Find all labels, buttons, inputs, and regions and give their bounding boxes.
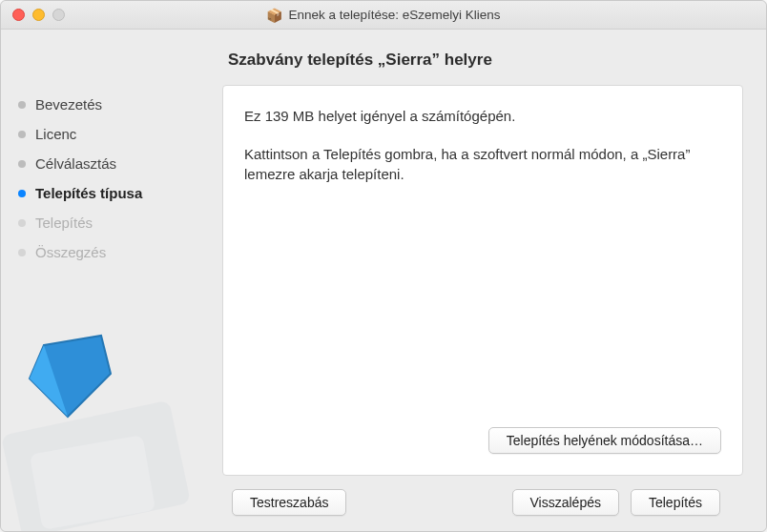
change-location-row: Telepítés helyének módosítása… [244, 418, 721, 454]
main-pane: Szabvány telepítés „Sierra” helyre Ez 13… [213, 30, 766, 531]
sidebar-step-4: Telepítés [18, 215, 213, 231]
step-bullet-icon [18, 190, 26, 197]
install-button[interactable]: Telepítés [631, 489, 720, 516]
svg-marker-4 [30, 345, 68, 417]
window-title-text: Ennek a telepítése: eSzemelyi Kliens [288, 8, 500, 22]
svg-marker-3 [30, 336, 111, 417]
sidebar-step-0: Bevezetés [18, 96, 213, 113]
close-icon[interactable] [12, 9, 25, 21]
step-bullet-icon [18, 160, 26, 168]
installer-window: 📦 Ennek a telepítése: eSzemelyi Kliens B… [0, 0, 767, 532]
content-area: BevezetésLicencCélválasztásTelepítés típ… [1, 30, 766, 531]
step-label: Bevezetés [35, 96, 102, 113]
window-controls [1, 9, 65, 21]
sidebar-step-3: Telepítés típusa [18, 185, 213, 201]
step-bullet-icon [18, 219, 26, 227]
step-bullet-icon [18, 101, 26, 109]
step-list: BevezetésLicencCélválasztásTelepítés típ… [18, 96, 213, 260]
svg-rect-1 [30, 435, 155, 530]
package-icon: 📦 [266, 9, 282, 22]
step-label: Licenc [35, 126, 76, 142]
sidebar-step-1: Licenc [18, 126, 213, 142]
back-button[interactable]: Visszalépés [512, 489, 619, 516]
step-bullet-icon [18, 249, 26, 256]
disk-space-text: Ez 139 MB helyet igényel a számítógépén. [244, 107, 721, 126]
titlebar: 📦 Ennek a telepítése: eSzemelyi Kliens [1, 1, 766, 30]
sidebar: BevezetésLicencCélválasztásTelepítés típ… [1, 30, 213, 531]
page-title: Szabvány telepítés „Sierra” helyre [228, 51, 743, 70]
svg-rect-0 [1, 400, 191, 531]
minimize-icon[interactable] [32, 9, 45, 21]
step-label: Telepítés típusa [35, 185, 142, 201]
window-title: 📦 Ennek a telepítése: eSzemelyi Kliens [1, 8, 766, 22]
step-label: Célválasztás [35, 155, 116, 172]
install-instruction-text: Kattintson a Telepítés gombra, ha a szof… [244, 145, 721, 184]
customize-button[interactable]: Testreszabás [232, 489, 346, 516]
footer-buttons: Testreszabás Visszalépés Telepítés [222, 476, 743, 516]
svg-marker-2 [30, 336, 111, 417]
sidebar-illustration [1, 312, 213, 531]
zoom-icon [52, 9, 65, 21]
sidebar-step-2: Célválasztás [18, 155, 213, 172]
step-label: Telepítés [35, 215, 93, 231]
sidebar-step-5: Összegzés [18, 244, 213, 260]
info-panel: Ez 139 MB helyet igényel a számítógépén.… [222, 85, 743, 476]
step-bullet-icon [18, 131, 26, 138]
change-install-location-button[interactable]: Telepítés helyének módosítása… [488, 427, 721, 454]
step-label: Összegzés [35, 244, 106, 260]
